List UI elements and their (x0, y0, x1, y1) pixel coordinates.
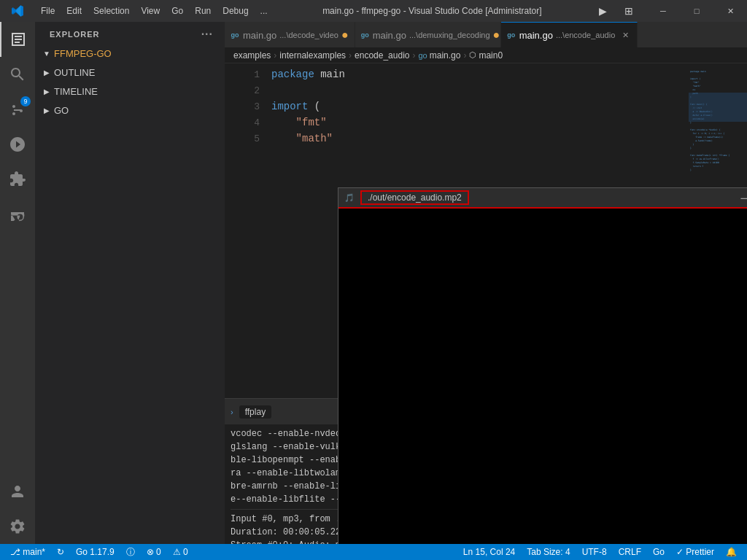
status-language[interactable]: Go (649, 544, 669, 560)
status-tab-size[interactable]: Tab Size: 4 (522, 544, 574, 560)
tab-close-icon[interactable]: ✕ (619, 29, 631, 41)
breadcrumb-internalexamples[interactable]: internalexamples (279, 50, 346, 61)
tab-encode-audio[interactable]: go main.go ...\encode_audio ✕ (501, 22, 638, 47)
explorer-icon[interactable] (0, 22, 35, 57)
header-actions: ▶ ⊞ (591, 0, 646, 22)
code-line-2: 2 (225, 82, 689, 98)
sidebar-item-outline[interactable]: ▶ OUTLINE (35, 64, 225, 80)
floating-window: 🎵 ./out/encode_audio.mp2 ─ □ ✕ (338, 187, 747, 544)
extensions-icon[interactable] (0, 162, 35, 197)
status-info[interactable]: ⓘ (122, 544, 139, 560)
sidebar-section-timeline: ▶ TIMELINE (35, 82, 225, 101)
terminal-prompt-icon: › (231, 408, 233, 416)
modified-dot: ● (493, 29, 500, 41)
chevron-right-icon: ▶ (41, 85, 53, 97)
status-go-version[interactable]: Go 1.17.9 (71, 544, 119, 560)
chevron-right-icon: ▶ (41, 104, 53, 116)
run-button[interactable]: ▶ (591, 0, 614, 22)
status-warnings[interactable]: ⚠ 0 (169, 544, 193, 560)
minimap-highlight (689, 93, 747, 122)
main-layout: 9 EXPLORER ··· ▼ FFMPEG-GO (0, 22, 747, 544)
status-sync[interactable]: ↻ (53, 544, 69, 560)
sidebar-more-button[interactable]: ··· (198, 28, 216, 41)
chevron-right-icon: ▶ (41, 66, 53, 78)
menu-go[interactable]: Go (166, 0, 189, 22)
minimize-button[interactable]: ─ (646, 0, 680, 22)
status-bar: ⎇ main* ↻ Go 1.17.9 ⓘ ⊗ 0 ⚠ 0 Ln 15, Col… (0, 544, 747, 560)
sidebar-header: EXPLORER ··· (35, 22, 225, 44)
floating-filename: ./out/encode_audio.mp2 (360, 190, 469, 205)
titlebar: File Edit Selection View Go Run Debug ..… (0, 0, 747, 22)
activity-bar: 9 (0, 22, 35, 544)
maximize-button[interactable]: □ (680, 0, 713, 22)
settings-icon[interactable] (0, 509, 35, 544)
menu-bar: File Edit Selection View Go Run Debug ..… (35, 0, 274, 22)
menu-selection[interactable]: Selection (88, 0, 135, 22)
sidebar: EXPLORER ··· ▼ FFMPEG-GO ▶ OUTLINE ▶ TIM… (35, 22, 225, 544)
vscode-logo (0, 0, 35, 22)
search-icon[interactable] (0, 57, 35, 92)
breadcrumb-main0[interactable]: main0 (479, 50, 503, 61)
menu-edit[interactable]: Edit (61, 0, 88, 22)
sidebar-item-timeline[interactable]: ▶ TIMELINE (35, 83, 225, 99)
breadcrumb-examples[interactable]: examples (233, 50, 271, 61)
run-debug-icon[interactable] (0, 127, 35, 162)
editor-area: go main.go ...\decode_video ● go main.go… (225, 22, 747, 544)
code-line-1: 1 package main (225, 66, 689, 82)
sidebar-section-go: ▶ GO (35, 101, 225, 120)
status-notifications[interactable]: 🔔 (721, 544, 741, 560)
code-line-4: 4 "fmt" (225, 114, 689, 131)
split-editor-button[interactable]: ⊞ (617, 0, 640, 22)
go-file-icon: go (361, 31, 369, 39)
account-icon[interactable] (0, 474, 35, 509)
menu-debug[interactable]: Debug (217, 0, 254, 22)
sidebar-section-outline: ▶ OUTLINE (35, 63, 225, 82)
source-control-badge: 9 (20, 96, 31, 106)
tabs-bar: go main.go ...\decode_video ● go main.go… (225, 22, 747, 47)
breadcrumb-maingo[interactable]: main.go (430, 50, 461, 61)
test-icon[interactable] (0, 197, 35, 232)
menu-more[interactable]: ... (255, 0, 274, 22)
close-button[interactable]: ✕ (713, 0, 747, 22)
status-prettier[interactable]: ✓ Prettier (672, 544, 719, 560)
status-encoding[interactable]: UTF-8 (578, 544, 611, 560)
modified-dot: ● (341, 29, 349, 41)
menu-file[interactable]: File (35, 0, 61, 22)
source-control-icon[interactable]: 9 (0, 92, 35, 127)
code-line-3: 3 import ( (225, 98, 689, 114)
sidebar-item-go[interactable]: ▶ GO (35, 102, 225, 118)
floating-minimize-button[interactable]: ─ (734, 190, 747, 206)
go-file-icon: go (507, 31, 516, 39)
chevron-down-icon: ▼ (41, 47, 53, 59)
floating-window-title: 🎵 ./out/encode_audio.mp2 (344, 190, 734, 205)
status-position[interactable]: Ln 15, Col 24 (459, 544, 519, 560)
code-line-5: 5 "math" (225, 131, 689, 147)
tab-demuxing-decoding[interactable]: go main.go ...\demuxing_decoding ● (355, 22, 501, 47)
status-errors[interactable]: ⊗ 0 (142, 544, 166, 560)
tab-decode-video[interactable]: go main.go ...\decode_video ● (225, 22, 355, 47)
window-title: main.go - ffmpeg-go - Visual Studio Code… (274, 6, 591, 16)
sidebar-section-ffmpeg: ▼ FFMPEG-GO (35, 44, 225, 63)
floating-controls: ─ □ ✕ (734, 190, 747, 206)
floating-titlebar: 🎵 ./out/encode_audio.mp2 ─ □ ✕ (338, 188, 747, 209)
status-branch[interactable]: ⎇ main* (6, 544, 50, 560)
status-line-ending[interactable]: CRLF (614, 544, 646, 560)
breadcrumb: examples › internalexamples › encode_aud… (225, 47, 747, 63)
sidebar-item-ffmpeg-go[interactable]: ▼ FFMPEG-GO (35, 45, 225, 61)
window-controls: ─ □ ✕ (646, 0, 747, 22)
floating-content (338, 209, 747, 544)
menu-view[interactable]: View (135, 0, 166, 22)
breadcrumb-encode-audio[interactable]: encode_audio (355, 50, 409, 61)
terminal-tab-ffplay[interactable]: ffplay (239, 405, 271, 419)
editor-and-terminal: 1 package main 2 3 import ( 4 "fmt" (225, 63, 747, 544)
menu-run[interactable]: Run (189, 0, 217, 22)
go-file-icon: go (231, 31, 239, 39)
